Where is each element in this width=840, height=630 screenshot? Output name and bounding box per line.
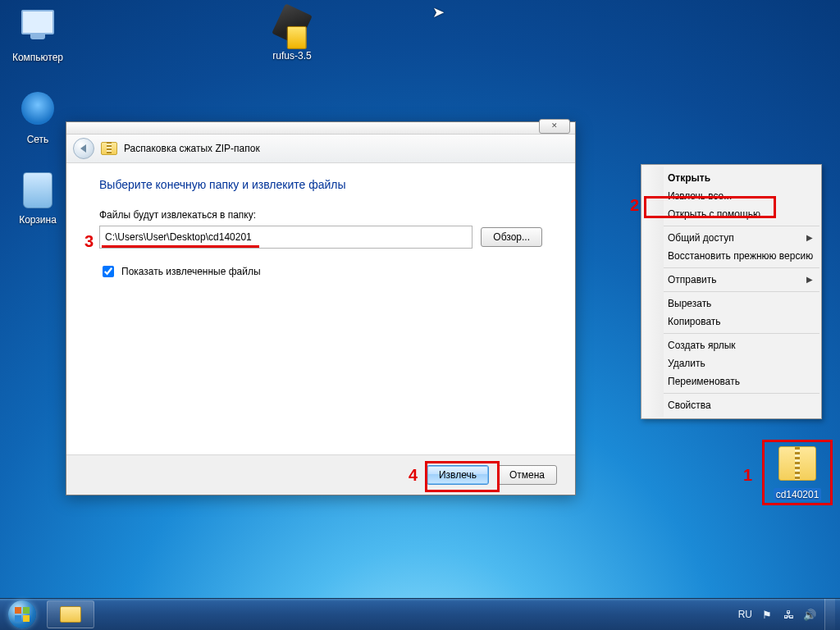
wizard-heading: Выберите конечную папку и извлеките файл… — [99, 178, 542, 191]
window-titlebar[interactable]: ✕ — [66, 122, 575, 135]
show-desktop-button[interactable] — [824, 599, 835, 630]
desktop-icon-rufus[interactable]: rufus-3.5 — [259, 5, 325, 62]
recycle-bin-icon — [23, 172, 52, 208]
desktop-icon-computer[interactable]: Компьютер — [5, 5, 71, 63]
window-close-button[interactable]: ✕ — [539, 119, 570, 134]
show-extracted-label: Показать извлеченные файлы — [121, 266, 261, 277]
globe-icon — [21, 92, 54, 125]
context-menu-item[interactable]: Создать ярлык — [643, 336, 819, 354]
back-button[interactable] — [73, 138, 94, 159]
context-menu-item[interactable]: Вырезать — [643, 294, 819, 313]
mouse-cursor-icon: ➤ — [432, 3, 445, 21]
computer-icon — [18, 10, 57, 49]
context-menu-item[interactable]: Свойства — [643, 396, 819, 414]
context-menu-item[interactable]: Общий доступ▶ — [643, 229, 819, 247]
windows-orb-icon — [8, 600, 36, 628]
desktop-icon-label: Сеть — [27, 134, 49, 145]
desktop-icon-label: rufus-3.5 — [272, 50, 311, 62]
zip-folder-icon — [101, 142, 117, 155]
extract-button[interactable]: Извлечь — [427, 465, 489, 485]
usb-rufus-icon — [272, 3, 313, 45]
context-menu-item[interactable]: Копировать — [643, 313, 819, 331]
taskbar[interactable]: RU ⚑ 🖧 🔊 — [0, 598, 840, 630]
volume-tray-icon[interactable]: 🔊 — [803, 608, 816, 621]
context-menu-item[interactable]: Открыть — [643, 169, 819, 187]
desktop-icon-zip-selected[interactable]: cd140201 — [765, 445, 830, 501]
submenu-arrow-icon: ▶ — [806, 233, 813, 242]
annotation-number-2: 2 — [630, 196, 639, 215]
start-button[interactable] — [0, 599, 44, 630]
folder-icon — [60, 606, 81, 623]
context-menu-item[interactable]: Удалить — [643, 354, 819, 372]
cancel-button[interactable]: Отмена — [497, 465, 557, 485]
wizard-footer: Извлечь Отмена — [66, 454, 575, 495]
context-menu-item[interactable]: Отправить▶ — [643, 271, 819, 289]
destination-label: Файлы будут извлекаться в папку: — [99, 209, 542, 221]
annotation-number-1: 1 — [743, 466, 752, 485]
action-center-flag-icon[interactable]: ⚑ — [760, 608, 774, 621]
wizard-nav-bar: Распаковка сжатых ZIP-папок — [66, 135, 575, 163]
context-menu[interactable]: ОткрытьИзвлечь все...Открыть с помощью..… — [641, 164, 822, 419]
context-menu-item[interactable]: Открыть с помощью... — [643, 205, 819, 223]
extract-wizard-window[interactable]: ✕ Распаковка сжатых ZIP-папок Выберите к… — [66, 121, 576, 495]
context-menu-item[interactable]: Извлечь все... — [643, 187, 819, 205]
system-tray[interactable]: RU ⚑ 🖧 🔊 — [738, 599, 840, 630]
submenu-arrow-icon: ▶ — [806, 275, 813, 284]
context-menu-item[interactable]: Восстановить прежнюю версию — [643, 247, 819, 265]
desktop-icon-recycle-bin[interactable]: Корзина — [5, 171, 71, 226]
context-menu-item[interactable]: Переименовать — [643, 372, 819, 390]
language-indicator[interactable]: RU — [738, 609, 752, 620]
browse-button[interactable]: Обзор... — [481, 227, 542, 247]
zip-folder-icon — [778, 446, 816, 481]
taskbar-pinned-explorer[interactable] — [47, 600, 94, 628]
destination-path-input[interactable] — [99, 226, 472, 249]
network-tray-icon[interactable]: 🖧 — [782, 608, 795, 621]
wizard-title: Распаковка сжатых ZIP-папок — [124, 143, 260, 154]
desktop-icon-label: Корзина — [19, 214, 57, 226]
desktop-icon-label: Компьютер — [12, 52, 63, 63]
desktop-icon-network[interactable]: Сеть — [5, 89, 71, 145]
desktop[interactable]: Компьютер Сеть Корзина rufus-3.5 cd14020… — [0, 0, 840, 630]
desktop-icon-label: cd140201 — [774, 488, 822, 501]
show-extracted-checkbox[interactable] — [103, 266, 114, 277]
